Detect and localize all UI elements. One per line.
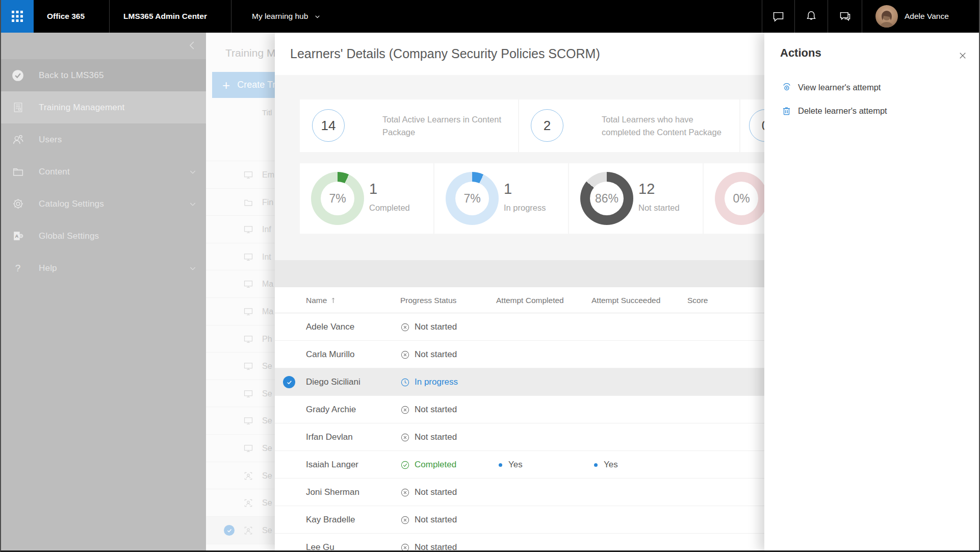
topbar-separator	[828, 0, 828, 33]
table-row[interactable]: Carla Murillo Not started	[275, 341, 764, 368]
progress-status: Not started	[400, 341, 457, 368]
training-list-item[interactable]: Fin	[206, 188, 275, 216]
in-progress-donut-chart: 7%	[446, 172, 499, 225]
learner-name: Isaiah Langer	[306, 451, 358, 479]
modal-section-band	[275, 260, 764, 287]
training-list-item[interactable]: Se	[206, 462, 275, 489]
training-list-item[interactable]: Em	[206, 161, 275, 188]
table-row[interactable]: Isaiah Langer Completed Yes Yes	[275, 451, 764, 479]
delete-learner-attempt-button[interactable]: Delete learner's attempt	[764, 102, 980, 119]
table-row[interactable]: Adele Vance Not started	[275, 313, 764, 341]
app-window: Office 365 LMS365 Admin Center My learni…	[0, 0, 980, 552]
training-list-item[interactable]: Se	[206, 407, 275, 434]
users-icon	[11, 133, 24, 146]
view-learner-attempt-button[interactable]: View learner's attempt	[764, 79, 980, 96]
chevron-down-icon	[314, 13, 321, 20]
table-row[interactable]: Lee Gu Not started	[275, 534, 764, 552]
sidebar-item-label: Training Management	[39, 103, 125, 113]
training-doc-icon	[11, 102, 24, 113]
topbar-separator	[762, 0, 762, 33]
column-header-progress-status[interactable]: Progress Status	[400, 287, 456, 313]
monitor-icon	[243, 334, 253, 344]
bell-icon	[805, 10, 818, 23]
training-list-item[interactable]: Se	[206, 380, 275, 407]
user-name[interactable]: Adele Vance	[905, 0, 949, 33]
chat-icon	[771, 10, 785, 23]
learner-name: Diego Siciliani	[306, 368, 360, 396]
training-list-item[interactable]: Ma	[206, 297, 275, 325]
row-selected-check-icon[interactable]	[283, 376, 295, 388]
training-list-item[interactable]: Ph	[206, 325, 275, 353]
table-row[interactable]: Irfan Devlan Not started	[275, 423, 764, 451]
plus-icon: +	[222, 79, 230, 92]
modal-title: Learners' Details (Company Security Poli…	[290, 33, 600, 75]
monitor-icon	[243, 443, 253, 454]
actions-panel-title: Actions	[780, 46, 821, 60]
zero-percent-donut-chart: 0%	[715, 172, 764, 225]
chat-button[interactable]	[767, 0, 789, 33]
person-frame-icon	[243, 525, 253, 536]
training-list-item[interactable]: Wo	[206, 544, 275, 552]
close-icon	[958, 51, 967, 60]
title-column-header[interactable]: Titl	[262, 108, 272, 117]
admin-center-link[interactable]: LMS365 Admin Center	[123, 0, 207, 33]
table-row[interactable]: Grady Archie Not started	[275, 396, 764, 423]
learner-name: Grady Archie	[306, 396, 356, 423]
table-row[interactable]: Kay Bradelle Not started	[275, 506, 764, 534]
stat-value-circle: 2	[531, 109, 563, 142]
page-title: Training M	[225, 47, 275, 59]
hub-dropdown[interactable]: My learning hub	[252, 0, 321, 33]
topbar-separator	[231, 0, 231, 33]
donut-card-in-progress: 7% 1 In progress	[434, 163, 568, 234]
training-list-item[interactable]: Ma	[206, 270, 275, 297]
column-header-name[interactable]: Name	[306, 287, 337, 313]
sidebar-item-label: Content	[39, 167, 70, 177]
monitor-icon	[243, 389, 253, 399]
table-row[interactable]: Joni Sherman Not started	[275, 479, 764, 506]
topbar-separator	[794, 0, 795, 33]
topbar-separator	[109, 0, 110, 33]
sidebar: Back to LMS365 Training Management Users	[1, 33, 206, 552]
donut-value: 12	[638, 181, 655, 197]
action-label: View learner's attempt	[798, 83, 881, 92]
column-header-attempt-completed[interactable]: Attempt Completed	[496, 287, 564, 313]
feedback-button[interactable]	[834, 0, 856, 33]
training-list-item[interactable]: Se	[206, 434, 275, 462]
learner-name: Kay Bradelle	[306, 506, 355, 534]
sort-ascending-icon	[330, 296, 337, 304]
sidebar-item-catalog-settings[interactable]: Catalog Settings	[1, 188, 206, 220]
training-list-item[interactable]: Se	[206, 352, 275, 380]
training-list-item-selected[interactable]: Se	[206, 516, 275, 544]
sidebar-item-global-settings[interactable]: A Global Settings	[1, 220, 206, 252]
monitor-icon	[243, 279, 253, 289]
blue-dot-icon	[594, 463, 598, 467]
office365-link[interactable]: Office 365	[47, 0, 85, 33]
close-button[interactable]	[956, 49, 969, 62]
sidebar-item-users[interactable]: Users	[1, 123, 206, 156]
learner-name: Lee Gu	[306, 534, 334, 552]
sidebar-item-help[interactable]: ? Help	[1, 252, 206, 284]
person-frame-icon	[243, 471, 253, 481]
create-training-button[interactable]: + Create Tr	[212, 72, 275, 98]
notifications-button[interactable]	[800, 0, 822, 33]
table-row-selected[interactable]: Diego Siciliani In progress	[275, 368, 764, 396]
app-launcher-button[interactable]	[1, 0, 34, 33]
column-header-score[interactable]: Score	[687, 287, 708, 313]
eye-icon	[781, 82, 792, 93]
sidebar-collapse-button[interactable]	[184, 37, 201, 54]
create-training-label: Create Tr	[237, 80, 275, 90]
donut-value: 1	[369, 181, 377, 197]
sidebar-item-training-management[interactable]: Training Management	[1, 91, 206, 123]
monitor-icon	[243, 307, 253, 317]
monitor-icon	[243, 416, 253, 426]
training-list-item[interactable]: Int	[206, 243, 275, 270]
training-list-item[interactable]: Se	[206, 489, 275, 516]
column-header-attempt-succeeded[interactable]: Attempt Succeeded	[591, 287, 660, 313]
donut-label: Completed	[369, 203, 410, 213]
user-avatar[interactable]	[875, 5, 898, 28]
sidebar-item-back-to-lms365[interactable]: Back to LMS365	[1, 59, 206, 91]
sidebar-item-content[interactable]: Content	[1, 156, 206, 188]
training-list-item[interactable]: Inf	[206, 215, 275, 243]
waffle-icon	[12, 11, 23, 22]
sidebar-item-label: Help	[39, 263, 57, 273]
